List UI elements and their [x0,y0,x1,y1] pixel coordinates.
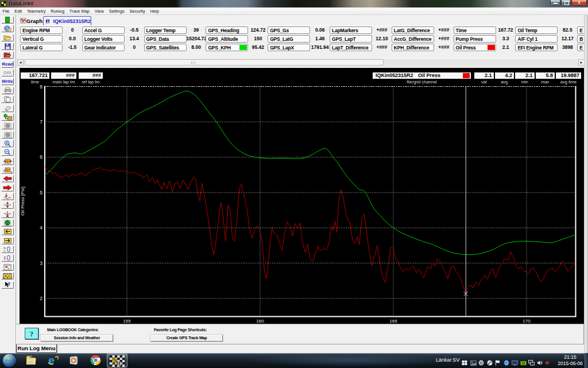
channel-box-a-f-cyl-1[interactable]: A/F Cyl 1 [515,35,558,43]
menu-settings[interactable]: Settings [106,9,127,14]
explorer-taskbar-button[interactable] [25,355,37,367]
channel-box-gps-kph[interactable]: GPS_KPH [206,44,248,51]
tray-steam-button[interactable] [487,358,493,368]
tray-display-photo-button[interactable] [470,358,477,368]
channel-box-logger-temp[interactable]: Logger Temp [144,26,187,34]
channel-box-gps-satellites[interactable]: GPS_Satellites [144,44,187,51]
toolbar-print-button[interactable] [1,87,14,94]
toolbar-save-button[interactable] [1,43,14,50]
scrollbar-thumb[interactable] [25,59,384,66]
language-indicator[interactable]: SV [452,356,460,363]
toolbar-lap-important-button[interactable]: ! [1,254,14,262]
tray-speaker-red-button[interactable] [545,358,551,368]
help-button[interactable]: ? [25,328,38,339]
create-gps-track-map-button[interactable]: Create GPS Track Map [150,335,223,342]
media-player-taskbar-button[interactable] [68,355,79,368]
channel-box-efi-engine-rpm[interactable]: EFI Engine RPM [515,44,558,51]
tray-flag-button[interactable] [495,358,500,368]
toolbar-shift-right-button[interactable] [1,237,14,244]
menu-help[interactable]: Help [148,9,161,14]
toolbar-new-file-button[interactable] [1,16,14,24]
active-task-button[interactable]: Rp [107,354,127,367]
channel-box-gps-lapt[interactable]: GPS_LapT [330,35,372,43]
channel-box-lapmarkers[interactable]: LapMarkers [330,26,372,34]
tray-speaker-button[interactable] [537,358,543,368]
close-button[interactable]: x [571,0,587,6]
file-tab[interactable]: IQKin052315R2 [43,16,91,25]
menu-file[interactable]: File [0,9,12,14]
channel-box-oil-temp[interactable]: Oil Temp [515,26,558,34]
channel-box-kph-difference[interactable]: KPH_Difference [392,44,434,51]
toolbar-full-scale-button[interactable] [1,158,14,165]
show-desktop-button[interactable] [585,353,588,368]
scrollbar-left-arrow-icon[interactable]: ◄ [17,59,24,66]
run-log-menu-tab[interactable]: Run Log Menu [16,344,57,353]
menu-view[interactable]: View [92,9,106,14]
channel-box-gps-lapx[interactable]: GPS_LapX [268,44,310,51]
graph-plot[interactable]: 2345678155160165170Oil Press [Psi] [20,68,584,324]
toolbar-scroll-right-button[interactable] [1,184,14,191]
menu-edit[interactable]: Edit [12,9,25,14]
channel-box-lapt-difference[interactable]: LapT_Difference [330,44,372,51]
toolbar-zoom-out-button[interactable] [1,148,14,156]
session-info-button[interactable]: Session Info and Weather [41,335,113,342]
channel-box-accel-g[interactable]: Accel G [82,26,125,34]
menu-runlog[interactable]: Runlog [48,9,67,14]
minimize-button[interactable]: — [550,0,560,6]
tray-nvidia-button[interactable] [520,358,527,368]
title-bar[interactable]: DataLinkII — ▢ x [0,0,588,7]
toolbar-copy-button[interactable] [1,95,14,103]
toolbar-erase-button[interactable] [1,105,14,112]
channel-box-lateral-g[interactable]: Lateral G [20,44,63,51]
tray-disc-button[interactable] [478,358,484,368]
toolbar-default-button[interactable]: Dflt [1,69,14,76]
toolbar-screen-graph-button[interactable] [1,113,14,121]
tray-windows-flag-button[interactable] [462,358,467,368]
channel-box-gps-altitude[interactable]: GPS_Altitude [206,35,248,43]
channel-box-oil-press[interactable]: Oil Press [454,44,496,51]
toolbar-open-folder-button[interactable] [1,34,14,41]
graph-panel[interactable]: 167.721 time ### main lap tm ### ref lap… [20,68,584,324]
tray-network-screens-button[interactable] [528,358,535,368]
toolbar-record-b-button[interactable] [1,131,14,139]
toolbar-zoom-in-button[interactable] [1,140,14,147]
menu-telemetry[interactable]: Telemetry [25,9,48,14]
channel-box-gps-latg[interactable]: GPS_LatG [268,35,310,43]
channel-box-logger-volts[interactable]: Logger Volts [82,35,125,43]
toolbar-gps-globe-button[interactable] [1,219,14,227]
toolbar-scroll-left-button[interactable] [1,175,14,182]
channel-box-gps-heading[interactable]: GPS_Heading [206,26,248,34]
channel-box-gps-data[interactable]: GPS_Data [144,35,187,43]
taskbar-clock[interactable]: 21:15 2015-06-06 [556,354,585,367]
internet-explorer-taskbar-button[interactable]: e [47,355,59,368]
toolbar-read-button[interactable]: Read [1,60,14,68]
toolbar-help-pointer-button[interactable]: ? [1,281,14,289]
tray-screen-button[interactable] [512,358,518,368]
toolbar-write-button[interactable]: Write [1,78,14,85]
toolbar-auto-scale-button[interactable]: 0x [1,166,14,174]
toolbar-shift-left-button[interactable] [1,228,14,235]
channel-box-accg-difference[interactable]: AccG_Difference [392,35,434,43]
menu-track-map[interactable]: Track Map [67,9,92,14]
channel-box-pump-press[interactable]: Pump Press [454,35,496,43]
toolbar-open-world-button[interactable] [1,25,14,32]
channel-box-engine-rpm[interactable]: Engine RPM [20,26,63,34]
horizontal-scrollbar[interactable]: ◄ ► [17,59,585,66]
maximize-button[interactable]: ▢ [561,0,571,6]
toolbar-record-a-button[interactable] [1,122,14,129]
toolbar-runlog-page-button[interactable] [1,263,14,271]
toolbar-lap-plus-minus-button[interactable]: +− [1,246,14,253]
toolbar-track-map-button[interactable] [1,272,14,279]
chrome-taskbar-button[interactable] [90,355,101,368]
toolbar-cursor-wave-x-button[interactable] [1,210,14,218]
toolbar-cursor-wave-mid-button[interactable] [1,201,14,209]
tray-blue-globe-button[interactable] [504,358,509,368]
start-button[interactable] [3,354,16,367]
channel-box-gear-indicator[interactable]: Gear Indicator [82,44,125,51]
toolbar-open-run-folder-button[interactable] [1,51,14,59]
toolbar-cursor-wave-down-button[interactable] [1,193,14,200]
channel-box-vertical-g[interactable]: Vertical G [20,35,63,43]
channel-box-latg-difference[interactable]: LatG_Difference [392,26,434,34]
channel-box-gps-gs[interactable]: GPS_Gs [268,26,310,34]
menu-security[interactable]: Security [127,9,148,14]
